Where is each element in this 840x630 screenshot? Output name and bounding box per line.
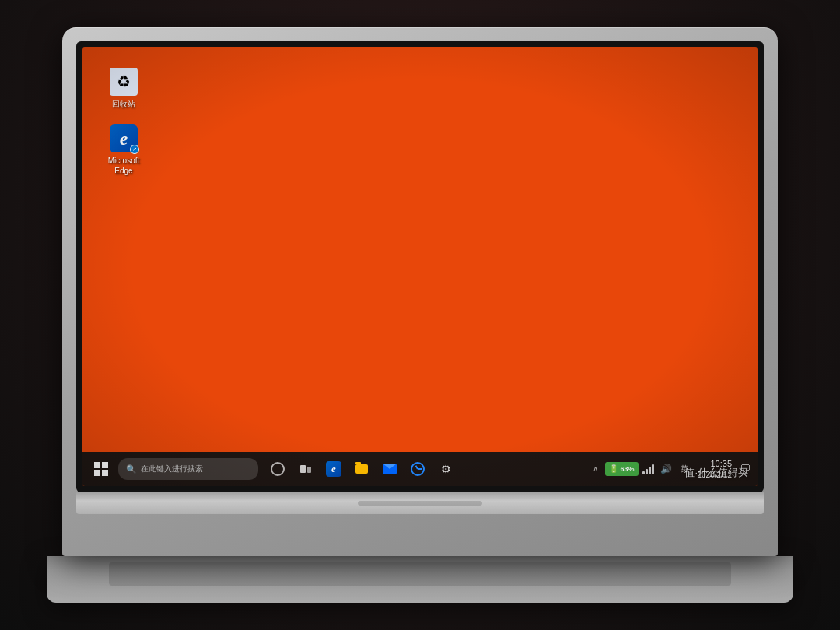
laptop-chin [76, 492, 764, 514]
windows-logo-icon [94, 462, 108, 476]
keyboard-area [47, 556, 793, 603]
settings-button[interactable]: ⚙ [432, 456, 459, 482]
notification-center-button[interactable]: 🗨 [737, 461, 753, 477]
cortana-icon [271, 462, 285, 476]
taskbar-search[interactable]: 🔍 在此键入进行搜索 [118, 458, 258, 480]
battery-icon: 🔋 [609, 464, 618, 473]
mail-icon [383, 464, 397, 474]
clock-app-button[interactable] [404, 456, 431, 482]
keyboard-surface [109, 562, 731, 586]
battery-percent: 63% [620, 465, 634, 473]
file-explorer-button[interactable] [348, 456, 375, 482]
search-icon: 🔍 [126, 464, 137, 474]
task-view-icon [300, 465, 311, 473]
cortana-button[interactable] [264, 456, 291, 482]
edge-desktop-icon[interactable]: e ↗ MicrosoftEdge [96, 121, 151, 179]
taskbar-pinned-icons: e [264, 456, 459, 482]
recycle-bin-label: 回收站 [112, 99, 135, 109]
network-icon[interactable] [641, 461, 656, 477]
edge-taskbar-icon: e [326, 461, 341, 477]
desktop: ♻ 回收站 e ↗ MicrosoftEdge [82, 47, 758, 452]
clock-app-icon [411, 462, 425, 476]
chevron-up-icon: ∧ [591, 463, 600, 474]
system-tray: ∧ 🔋 63% [587, 457, 753, 481]
taskbar: 🔍 在此键入进行搜索 [82, 452, 758, 486]
recycle-bin-icon[interactable]: ♻ 回收站 [96, 65, 151, 112]
search-placeholder-text: 在此键入进行搜索 [141, 464, 203, 474]
clock-time: 10:35 [710, 458, 732, 469]
laptop-frame: ♻ 回收站 e ↗ MicrosoftEdge [62, 27, 778, 556]
language-button[interactable]: 英 [677, 461, 692, 477]
trackpad-hint [358, 501, 482, 506]
clock-display[interactable]: 10:35 2020/2/12 [695, 457, 736, 481]
volume-button[interactable]: 🔊 [659, 461, 674, 477]
edge-desktop-label: MicrosoftEdge [108, 156, 140, 176]
volume-icon: 🔊 [660, 464, 672, 474]
recycle-bin-image: ♻ [110, 68, 138, 96]
edge-taskbar-button[interactable]: e [320, 456, 347, 482]
clock-date: 2020/2/12 [698, 470, 733, 480]
file-explorer-icon [355, 464, 368, 474]
task-view-button[interactable] [292, 456, 319, 482]
network-signal-icon [642, 464, 654, 474]
notification-icon: 🗨 [737, 461, 754, 477]
edge-icon-image: e ↗ [110, 124, 138, 152]
settings-icon: ⚙ [441, 463, 451, 475]
tray-overflow-button[interactable]: ∧ [587, 461, 603, 477]
screen: ♻ 回收站 e ↗ MicrosoftEdge [82, 47, 758, 486]
mail-button[interactable] [376, 456, 403, 482]
screen-bezel: ♻ 回收站 e ↗ MicrosoftEdge [76, 41, 764, 492]
start-button[interactable] [87, 455, 115, 483]
language-indicator: 英 [681, 464, 688, 474]
battery-indicator[interactable]: 🔋 63% [605, 462, 638, 476]
